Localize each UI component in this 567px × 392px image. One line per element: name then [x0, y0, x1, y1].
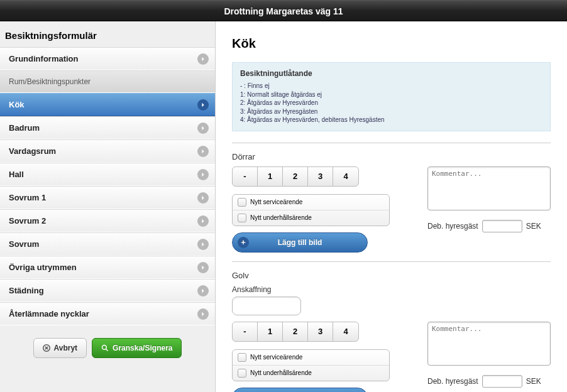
sidebar-item-label: Sovrum 2: [9, 216, 46, 226]
chevron-right-icon: [197, 146, 209, 157]
sidebar-item-label: Återlämnade nycklar: [9, 309, 89, 318]
new-maintenance-checkbox[interactable]: Nytt underhållsärende: [233, 210, 389, 226]
comment-input[interactable]: [427, 166, 551, 210]
sidebar-item-1: Rum/Besiktningspunkter: [0, 70, 215, 93]
sidebar-item-label: Vardagsrum: [9, 146, 56, 156]
sidebar-item-4[interactable]: Vardagsrum: [0, 139, 215, 163]
sidebar-nav: GrundinformationRum/BesiktningspunkterKö…: [0, 47, 215, 325]
section-title: Dörrar: [232, 152, 551, 161]
header-title: Drottning Margaretas väg 11: [224, 6, 343, 16]
review-sign-label: Granska/Signera: [113, 344, 172, 352]
sidebar-item-5[interactable]: Hall: [0, 163, 215, 186]
debit-label: Deb. hyresgäst: [427, 377, 478, 386]
sidebar-item-7[interactable]: Sovrum 2: [0, 209, 215, 232]
new-service-checkbox[interactable]: Nytt serviceärende: [233, 195, 389, 210]
rating-option[interactable]: 3: [308, 167, 333, 186]
currency-label: SEK: [526, 222, 541, 231]
chevron-right-icon: [197, 122, 209, 134]
rating-group: -1234: [232, 166, 359, 187]
cancel-label: Avbryt: [54, 344, 78, 352]
verdict-box: Besiktningutlåtande - : Finns ej1: Norma…: [232, 62, 551, 131]
sidebar-item-label: Sovrum: [9, 239, 39, 249]
errand-checklist: Nytt serviceärendeNytt underhållsärende: [232, 194, 390, 226]
checkbox-icon: [238, 198, 246, 207]
sidebar-item-label: Badrum: [9, 123, 40, 133]
rating-option[interactable]: -: [233, 322, 258, 341]
chevron-right-icon: [197, 169, 209, 180]
sidebar-actions: Avbryt Granska/Signera: [0, 325, 215, 371]
verdict-line: 3: Åtgärdas av Hyresgästen: [240, 107, 542, 116]
inspection-section: Dörrar-1234Nytt serviceärendeNytt underh…: [232, 152, 551, 253]
divider: [232, 261, 551, 262]
checkbox-icon: [238, 353, 246, 362]
cancel-button[interactable]: Avbryt: [33, 338, 87, 358]
checkbox-label: Nytt underhållsärende: [250, 214, 312, 221]
sidebar-item-2[interactable]: Kök: [0, 93, 215, 116]
new-maintenance-checkbox[interactable]: Nytt underhållsärende: [233, 366, 389, 381]
sidebar-item-label: Städning: [9, 286, 44, 295]
verdict-line: - : Finns ej: [240, 82, 542, 90]
verdict-line: 1: Normalt slitage åtgärdas ej: [240, 90, 542, 99]
rating-option[interactable]: -: [233, 167, 258, 186]
new-service-checkbox[interactable]: Nytt serviceärende: [233, 350, 389, 366]
room-title: Kök: [232, 36, 551, 51]
rating-option[interactable]: 1: [258, 167, 283, 186]
sidebar-item-6[interactable]: Sovrum 1: [0, 186, 215, 209]
sidebar-item-11[interactable]: Återlämnade nycklar: [0, 302, 215, 325]
sidebar-item-9[interactable]: Övriga utrymmen: [0, 256, 215, 279]
rating-option[interactable]: 4: [333, 167, 358, 186]
errand-checklist: Nytt serviceärendeNytt underhållsärende: [232, 349, 390, 381]
divider: [232, 143, 551, 143]
rating-option[interactable]: 1: [258, 322, 283, 341]
chevron-right-icon: [197, 308, 209, 320]
add-image-button[interactable]: +Lägg till bild: [232, 232, 368, 253]
sidebar-item-10[interactable]: Städning: [0, 279, 215, 302]
main-content: Kök Besiktningutlåtande - : Finns ej1: N…: [216, 21, 567, 392]
debit-input[interactable]: [482, 375, 522, 388]
chevron-right-icon: [197, 239, 209, 250]
chevron-right-icon: [197, 192, 209, 204]
search-icon: [101, 344, 109, 352]
checkbox-icon: [238, 369, 246, 378]
sidebar-item-8[interactable]: Sovrum: [0, 232, 215, 256]
sidebar-item-label: Kök: [9, 100, 25, 109]
add-image-label: Lägg till bild: [278, 238, 322, 247]
sidebar-item-label: Hall: [9, 170, 24, 179]
sidebar-item-3[interactable]: Badrum: [0, 116, 215, 139]
add-image-button[interactable]: +Lägg till bild: [232, 388, 368, 393]
checkbox-label: Nytt underhållsärende: [250, 369, 312, 376]
debit-label: Deb. hyresgäst: [427, 222, 478, 231]
cancel-icon: [43, 344, 50, 352]
chevron-right-icon: [197, 285, 209, 297]
chevron-right-icon: [197, 262, 209, 273]
chevron-right-icon: [197, 99, 209, 111]
sidebar-item-label: Sovrum 1: [9, 193, 46, 202]
sidebar-item-label: Övriga utrymmen: [9, 263, 77, 272]
sidebar-item-0[interactable]: Grundinformation: [0, 47, 215, 70]
sidebar-item-label: Rum/Besiktningspunkter: [9, 77, 91, 86]
checkbox-label: Nytt serviceärende: [250, 199, 302, 205]
app-header: Drottning Margaretas väg 11: [0, 0, 567, 21]
checkbox-label: Nytt serviceärende: [250, 354, 302, 361]
sidebar: Besiktningsformulär GrundinformationRum/…: [0, 21, 216, 392]
verdict-line: 2: Åtgärdas av Hyresvärden: [240, 99, 542, 107]
review-sign-button[interactable]: Granska/Signera: [92, 338, 182, 358]
verdict-heading: Besiktningutlåtande: [240, 69, 542, 78]
debit-row: Deb. hyresgästSEK: [427, 220, 551, 232]
chevron-right-icon: [197, 215, 209, 227]
currency-label: SEK: [526, 377, 541, 386]
plus-icon: +: [238, 237, 249, 248]
debit-input[interactable]: [482, 220, 522, 232]
chevron-right-icon: [197, 53, 209, 65]
sidebar-item-label: Grundinformation: [9, 54, 79, 63]
rating-option[interactable]: 2: [283, 167, 308, 186]
comment-input[interactable]: [427, 322, 551, 366]
rating-option[interactable]: 3: [308, 322, 333, 341]
verdict-line: 4: Åtgärdas av Hyresvärden, debiteras Hy…: [240, 116, 542, 124]
anskaffning-label: Anskaffning: [232, 285, 551, 294]
rating-option[interactable]: 2: [283, 322, 308, 341]
sidebar-title: Besiktningsformulär: [0, 21, 215, 47]
debit-row: Deb. hyresgästSEK: [427, 375, 551, 388]
anskaffning-input[interactable]: [232, 297, 301, 315]
rating-option[interactable]: 4: [333, 322, 358, 341]
